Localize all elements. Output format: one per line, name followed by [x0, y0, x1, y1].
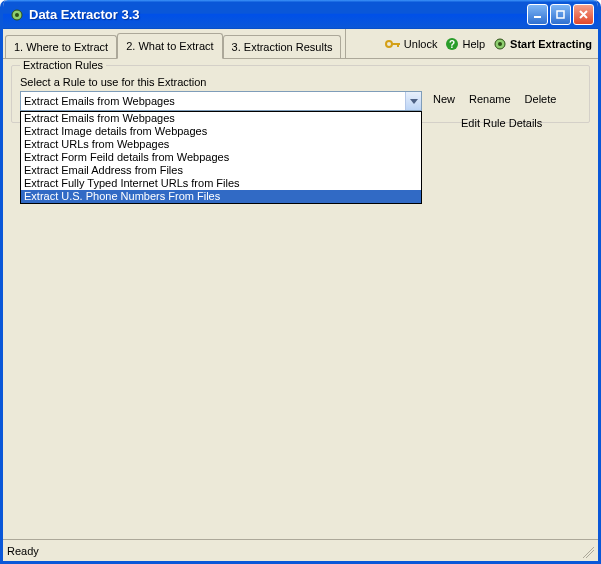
app-window: Data Extractor 3.3 1. Where to Extract 2…	[0, 0, 601, 564]
tab-strip: 1. Where to Extract 2. What to Extract 3…	[3, 29, 341, 58]
tab-extraction-results[interactable]: 3. Extraction Results	[223, 35, 342, 58]
rule-option[interactable]: Extract URLs from Webpages	[21, 138, 421, 151]
chevron-down-icon[interactable]	[405, 92, 421, 110]
svg-point-10	[498, 42, 502, 46]
unlock-label: Unlock	[404, 38, 438, 50]
rule-select-label: Select a Rule to use for this Extraction	[20, 76, 581, 88]
rule-select[interactable]: Extract Emails from Webpages	[20, 91, 422, 111]
edit-rule-details-button[interactable]: Edit Rule Details	[461, 117, 542, 129]
toolbar-actions: Unlock ? Help Start Extracting	[345, 29, 598, 58]
resize-grip-icon[interactable]	[580, 544, 594, 558]
window-controls	[527, 4, 594, 25]
tab-what-to-extract[interactable]: 2. What to Extract	[117, 33, 222, 59]
minimize-button[interactable]	[527, 4, 548, 25]
client-area: Extraction Rules Select a Rule to use fo…	[3, 59, 598, 539]
window-title: Data Extractor 3.3	[29, 7, 527, 22]
rule-dropdown[interactable]: Extract Emails from Webpages Extract Ima…	[20, 111, 422, 204]
rule-select-value: Extract Emails from Webpages	[24, 95, 175, 107]
svg-rect-2	[534, 16, 541, 18]
rule-option[interactable]: Extract Image details from Webpages	[21, 125, 421, 138]
groupbox-title: Extraction Rules	[20, 59, 106, 71]
svg-point-1	[15, 13, 19, 17]
unlock-button[interactable]: Unlock	[385, 38, 438, 50]
tab-where-to-extract[interactable]: 1. Where to Extract	[5, 35, 117, 58]
key-icon	[385, 38, 401, 50]
status-text: Ready	[7, 545, 39, 557]
svg-rect-3	[557, 11, 564, 18]
rule-action-row-2: Edit Rule Details	[461, 117, 542, 129]
help-label: Help	[462, 38, 485, 50]
close-button[interactable]	[573, 4, 594, 25]
maximize-button[interactable]	[550, 4, 571, 25]
start-extracting-button[interactable]: Start Extracting	[493, 37, 592, 51]
svg-rect-6	[397, 43, 399, 47]
rule-option[interactable]: Extract Email Address from Files	[21, 164, 421, 177]
rename-rule-button[interactable]: Rename	[469, 93, 511, 105]
rule-option[interactable]: Extract Emails from Webpages	[21, 112, 421, 125]
help-icon: ?	[445, 37, 459, 51]
help-button[interactable]: ? Help	[445, 37, 485, 51]
rule-option[interactable]: Extract Fully Typed Internet URLs from F…	[21, 177, 421, 190]
new-rule-button[interactable]: New	[433, 93, 455, 105]
toolbar: 1. Where to Extract 2. What to Extract 3…	[3, 29, 598, 59]
titlebar[interactable]: Data Extractor 3.3	[3, 0, 598, 29]
start-icon	[493, 37, 507, 51]
delete-rule-button[interactable]: Delete	[525, 93, 557, 105]
rule-option[interactable]: Extract Form Feild details from Webpages	[21, 151, 421, 164]
rule-action-row: New Rename Delete	[433, 93, 556, 105]
rule-option[interactable]: Extract U.S. Phone Numbers From Files	[21, 190, 421, 203]
start-label: Start Extracting	[510, 38, 592, 50]
app-icon	[9, 7, 25, 23]
rule-combo-wrap: Extract Emails from Webpages Extract Ema…	[20, 91, 422, 111]
svg-text:?: ?	[449, 39, 455, 50]
statusbar: Ready	[3, 539, 598, 561]
